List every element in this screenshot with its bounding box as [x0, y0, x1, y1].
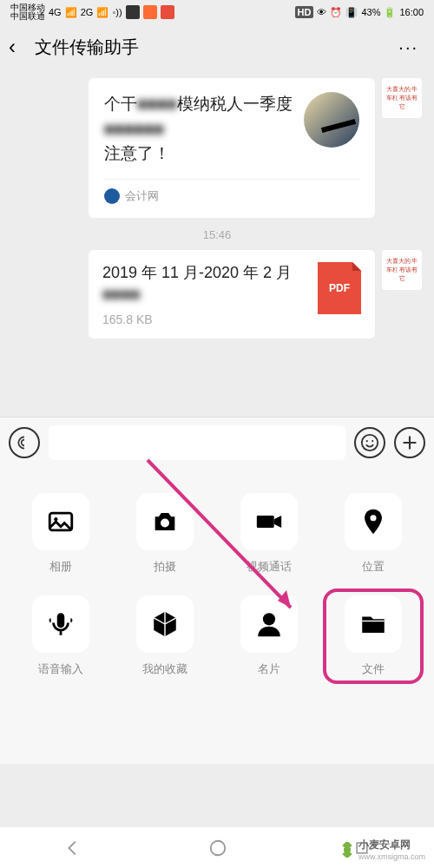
status-bar: 中国移动 中国联通 4G 📶 2G 📶 ◦)) HD 👁 ⏰ 📳 43% 🔋 1… [0, 0, 434, 24]
svg-point-2 [372, 440, 373, 442]
svg-point-9 [263, 613, 275, 625]
panel-location[interactable]: 位置 [330, 493, 417, 575]
app-icon-2 [143, 5, 157, 19]
file-name: 2019 年 11 月-2020 年 2 月 ■■■■ [102, 262, 307, 306]
input-bar [0, 417, 434, 467]
watermark-url: www.xmsigma.com [358, 852, 425, 861]
back-button[interactable]: ‹ [9, 35, 35, 59]
article-thumb-icon [304, 92, 359, 148]
pdf-icon: PDF [318, 262, 361, 314]
battery-icon: 🔋 [384, 7, 396, 18]
avatar[interactable]: 大喜大的 牛车杠 有该有它 [382, 78, 422, 118]
signal-icon: 📶 [65, 7, 77, 18]
hd-badge: HD [295, 6, 314, 18]
nav-home-icon[interactable] [208, 838, 227, 858]
watermark-icon [339, 842, 355, 858]
page-title: 文件传输助手 [35, 36, 398, 59]
panel-voice-input[interactable]: 语音输入 [17, 595, 104, 677]
network-4g: 4G [49, 7, 62, 17]
alarm-icon: ⏰ [330, 7, 342, 18]
file-size: 165.8 KB [102, 312, 307, 326]
plus-button[interactable] [394, 427, 425, 458]
panel-file[interactable]: 文件 [323, 589, 424, 684]
panel-video-call[interactable]: 视频通话 [226, 493, 312, 575]
svg-point-5 [161, 518, 169, 527]
app-icon-1 [126, 5, 140, 19]
svg-rect-6 [257, 516, 274, 528]
vibrate-icon: 📳 [345, 7, 358, 18]
panel-album[interactable]: 相册 [17, 493, 104, 575]
svg-rect-8 [57, 613, 65, 628]
app-header: ‹ 文件传输助手 ··· [0, 24, 434, 69]
panel-camera[interactable]: 拍摄 [122, 493, 208, 575]
svg-point-0 [362, 434, 378, 450]
source-icon [104, 188, 120, 204]
voice-button[interactable] [9, 427, 40, 458]
more-button[interactable]: ··· [398, 37, 425, 57]
wifi-icon: ◦)) [112, 7, 122, 17]
message-file[interactable]: 2019 年 11 月-2020 年 2 月 ■■■■ 165.8 KB PDF… [12, 250, 422, 339]
watermark-brand: 小麦安卓网 [358, 838, 425, 852]
message-article[interactable]: 个干■■■■模纳税人一季度 ■■■■■■ 注意了！ 会计网 大喜大的 牛车杠 有… [12, 78, 422, 218]
carrier-2: 中国联通 [10, 12, 45, 21]
network-2g: 2G [81, 7, 94, 17]
svg-point-13 [211, 840, 226, 855]
clock-time: 16:00 [399, 7, 424, 17]
chat-area: 个干■■■■模纳税人一季度 ■■■■■■ 注意了！ 会计网 大喜大的 牛车杠 有… [0, 69, 434, 417]
message-input[interactable] [49, 425, 345, 460]
app-icon-3 [161, 5, 174, 19]
svg-rect-10 [362, 621, 385, 621]
svg-point-1 [366, 440, 368, 442]
article-source: 会计网 [125, 188, 159, 204]
avatar[interactable]: 大喜大的 牛车杠 有该有它 [382, 250, 422, 290]
eye-icon: 👁 [317, 7, 326, 17]
attachment-panel: 相册 拍摄 视频通话 位置 语音输入 我的收藏 名片 文件 [0, 467, 434, 764]
timestamp: 15:46 [12, 228, 422, 241]
svg-point-7 [370, 515, 376, 521]
nav-back-icon[interactable] [63, 838, 82, 858]
emoji-button[interactable] [354, 427, 385, 458]
panel-favorites[interactable]: 我的收藏 [122, 595, 208, 677]
panel-contact-card[interactable]: 名片 [226, 595, 312, 677]
watermark: 小麦安卓网 www.xmsigma.com [339, 838, 425, 861]
signal-icon-2: 📶 [96, 7, 108, 18]
battery-percent: 43% [361, 7, 380, 17]
